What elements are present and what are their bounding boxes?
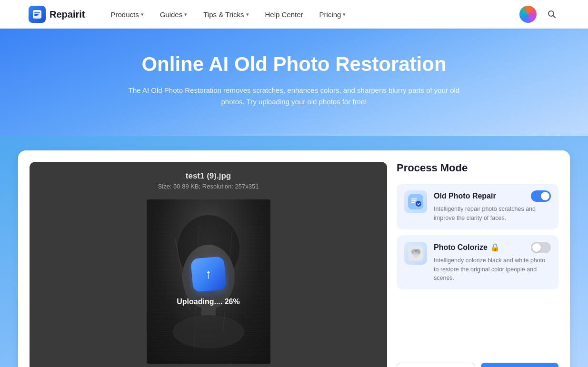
process-panel: Process Mode	[397, 162, 558, 367]
photo-image-wrapper: ↑ Uploading.... 26%	[147, 199, 270, 364]
old-photo-repair-icon	[404, 190, 427, 213]
chevron-down-icon: ▾	[246, 11, 249, 18]
toggle-photo-colorize[interactable]	[531, 242, 551, 253]
change-another-photo-button[interactable]: Change Another Photo	[397, 363, 475, 367]
chevron-down-icon: ▾	[184, 11, 187, 18]
brand-logo[interactable]: Repairit	[29, 6, 85, 23]
mode-content-photo-colorize: Photo Colorize 🔒 Intelligendy colorize b…	[434, 242, 551, 283]
mode-item-photo-colorize: Photo Colorize 🔒 Intelligendy colorize b…	[397, 235, 558, 289]
search-button[interactable]	[544, 7, 559, 22]
svg-point-13	[416, 201, 421, 207]
mode-label-old-photo-repair: Old Photo Repair	[434, 192, 496, 200]
mode-header-old-photo-repair: Old Photo Repair	[434, 190, 551, 202]
photo-panel: test1 (9).jpg Size: 50.89 KB; Resolution…	[30, 162, 387, 367]
lock-icon: 🔒	[490, 243, 500, 252]
process-mode-title: Process Mode	[397, 162, 558, 174]
chevron-down-icon: ▾	[141, 11, 144, 18]
avatar[interactable]	[519, 6, 537, 23]
upload-cube-icon: ↑	[190, 256, 227, 292]
nav-right	[519, 6, 559, 23]
nav-items: Products ▾ Guides ▾ Tips & Tricks ▾ Help…	[104, 7, 519, 22]
uploading-text: Uploading.... 26%	[177, 298, 239, 306]
start-button[interactable]: Start	[481, 363, 558, 367]
mode-header-photo-colorize: Photo Colorize 🔒	[434, 242, 551, 253]
svg-rect-12	[408, 194, 423, 209]
upload-overlay: ↑ Uploading.... 26%	[147, 199, 270, 364]
chevron-down-icon: ▾	[343, 11, 346, 18]
nav-item-pricing[interactable]: Pricing ▾	[313, 7, 353, 22]
main-card: test1 (9).jpg Size: 50.89 KB; Resolution…	[18, 150, 570, 367]
mode-label-photo-colorize: Photo Colorize	[434, 243, 488, 252]
brand-name: Repairit	[50, 9, 85, 20]
mode-item-old-photo-repair: Old Photo Repair Intelligently repair ph…	[397, 184, 558, 229]
process-spacer	[397, 295, 558, 353]
navbar: Repairit Products ▾ Guides ▾ Tips & Tric…	[0, 0, 588, 29]
photo-meta: Size: 50.89 KB; Resolution: 257x351	[158, 183, 259, 190]
mode-desc-photo-colorize: Intelligendy colorize black and white ph…	[434, 256, 551, 283]
mode-desc-old-photo-repair: Intelligently repair photo scratches and…	[434, 205, 551, 223]
toggle-old-photo-repair[interactable]	[531, 190, 551, 202]
nav-item-tips-tricks[interactable]: Tips & Tricks ▾	[197, 7, 255, 22]
nav-item-guides[interactable]: Guides ▾	[153, 7, 194, 22]
nav-item-products[interactable]: Products ▾	[104, 7, 150, 22]
photo-filename: test1 (9).jpg	[186, 171, 231, 181]
process-buttons: Change Another Photo Start	[397, 363, 558, 367]
svg-point-17	[413, 252, 419, 258]
hero-title: Online AI Old Photo Restoration	[10, 52, 578, 76]
photo-colorize-icon	[404, 242, 427, 265]
mode-content-old-photo-repair: Old Photo Repair Intelligently repair ph…	[434, 190, 551, 223]
hero-section: Online AI Old Photo Restoration The AI O…	[0, 29, 588, 136]
brand-icon	[29, 6, 46, 23]
hero-subtitle: The AI Old Photo Restoration removes scr…	[123, 85, 466, 108]
upload-arrow-icon: ↑	[205, 267, 212, 282]
nav-item-help-center[interactable]: Help Center	[259, 7, 310, 22]
